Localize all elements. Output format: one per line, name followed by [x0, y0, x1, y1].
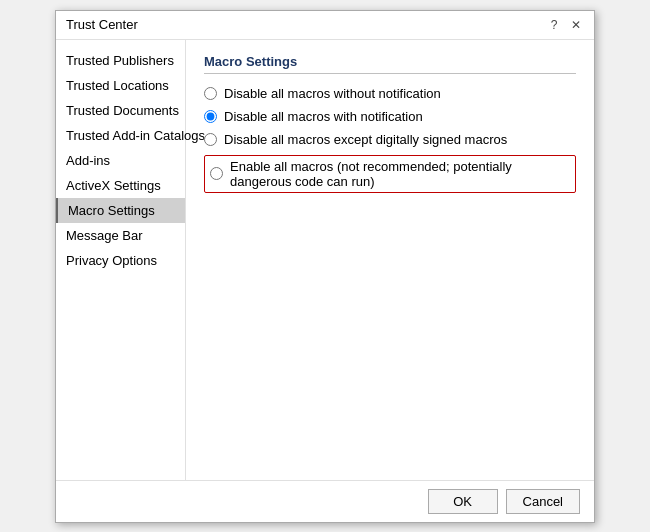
ok-button[interactable]: OK: [428, 489, 498, 514]
sidebar-item-trusted-locations[interactable]: Trusted Locations: [56, 73, 185, 98]
sidebar-item-macro-settings[interactable]: Macro Settings: [56, 198, 185, 223]
radio-input-disable-no-notif[interactable]: [204, 87, 217, 100]
content-area: Macro Settings Disable all macros withou…: [186, 40, 594, 480]
sidebar: Trusted PublishersTrusted LocationsTrust…: [56, 40, 186, 480]
title-bar: Trust Center ? ✕: [56, 11, 594, 40]
sidebar-item-trusted-publishers[interactable]: Trusted Publishers: [56, 48, 185, 73]
macro-settings-radio-group: Disable all macros without notificationD…: [204, 86, 576, 193]
radio-label-disable-with-notif: Disable all macros with notification: [224, 109, 423, 124]
sidebar-item-message-bar[interactable]: Message Bar: [56, 223, 185, 248]
trust-center-dialog: Trust Center ? ✕ Trusted PublishersTrust…: [55, 10, 595, 523]
dialog-body: Trusted PublishersTrusted LocationsTrust…: [56, 40, 594, 480]
title-bar-controls: ? ✕: [546, 17, 584, 33]
radio-input-disable-except-signed[interactable]: [204, 133, 217, 146]
sidebar-item-privacy-options[interactable]: Privacy Options: [56, 248, 185, 273]
close-button[interactable]: ✕: [568, 17, 584, 33]
radio-label-disable-no-notif: Disable all macros without notification: [224, 86, 441, 101]
radio-input-enable-all[interactable]: [210, 167, 223, 180]
section-title: Macro Settings: [204, 54, 576, 74]
sidebar-item-activex-settings[interactable]: ActiveX Settings: [56, 173, 185, 198]
sidebar-item-trusted-add-in-catalogs[interactable]: Trusted Add-in Catalogs: [56, 123, 185, 148]
sidebar-item-trusted-documents[interactable]: Trusted Documents: [56, 98, 185, 123]
radio-label-enable-all: Enable all macros (not recommended; pote…: [230, 159, 570, 189]
radio-option-disable-except-signed[interactable]: Disable all macros except digitally sign…: [204, 132, 576, 147]
radio-option-disable-no-notif[interactable]: Disable all macros without notification: [204, 86, 576, 101]
dialog-title: Trust Center: [66, 17, 138, 32]
cancel-button[interactable]: Cancel: [506, 489, 580, 514]
radio-label-disable-except-signed: Disable all macros except digitally sign…: [224, 132, 507, 147]
sidebar-item-add-ins[interactable]: Add-ins: [56, 148, 185, 173]
radio-input-disable-with-notif[interactable]: [204, 110, 217, 123]
radio-option-disable-with-notif[interactable]: Disable all macros with notification: [204, 109, 576, 124]
help-button[interactable]: ?: [546, 17, 562, 33]
dialog-footer: OK Cancel: [56, 480, 594, 522]
radio-option-enable-all[interactable]: Enable all macros (not recommended; pote…: [204, 155, 576, 193]
